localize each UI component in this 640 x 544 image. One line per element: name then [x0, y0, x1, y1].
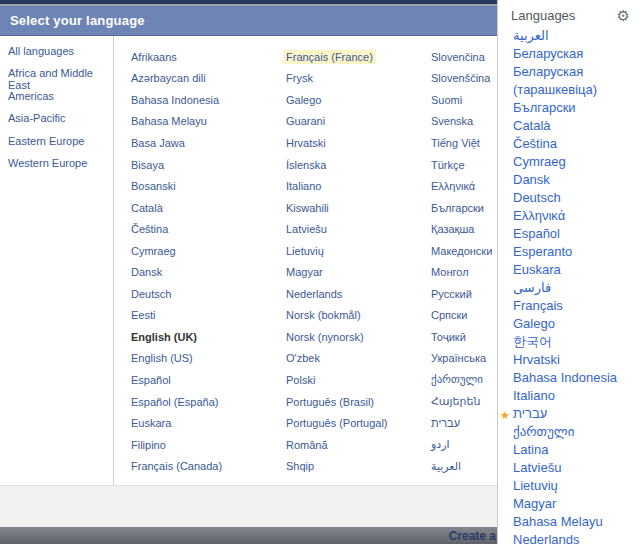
panel-language-link[interactable]: Lietuvių: [513, 477, 636, 495]
language-link[interactable]: Čeština: [128, 218, 283, 240]
region-filter-label: Western Europe: [8, 157, 87, 169]
panel-language-link[interactable]: Bahasa Indonesia: [513, 369, 636, 387]
language-link[interactable]: Português (Brasil): [283, 391, 428, 413]
panel-language-link[interactable]: Magyar: [513, 495, 636, 513]
language-link[interactable]: Íslenska: [283, 154, 428, 176]
language-link[interactable]: Bahasa Indonesia: [128, 89, 283, 111]
panel-language-link[interactable]: Français: [513, 297, 636, 315]
language-link[interactable]: Lietuvių: [283, 240, 428, 262]
panel-language-label: Беларуская: [513, 46, 583, 61]
language-link[interactable]: Galego: [283, 89, 428, 111]
language-link[interactable]: Hrvatski: [283, 132, 428, 154]
language-link-label: Frysk: [283, 71, 316, 85]
language-link[interactable]: Dansk: [128, 261, 283, 283]
language-link-label: Azərbaycan dili: [128, 71, 209, 85]
panel-language-label: Italiano: [513, 388, 555, 403]
language-link-label: Bosanski: [128, 179, 179, 193]
language-link[interactable]: Bosanski: [128, 175, 283, 197]
language-link[interactable]: Français (France): [283, 46, 428, 68]
language-link[interactable]: Bisaya: [128, 154, 283, 176]
language-column-1: Afrikaans Azərbaycan dili Bahasa Indones…: [128, 46, 283, 485]
language-link[interactable]: Kiswahili: [283, 197, 428, 219]
panel-language-link[interactable]: Esperanto: [513, 243, 636, 261]
panel-language-link[interactable]: עברית: [513, 405, 636, 423]
language-link[interactable]: English (US): [128, 348, 283, 370]
panel-language-link[interactable]: Čeština: [513, 135, 636, 153]
language-link[interactable]: Magyar: [283, 261, 428, 283]
panel-language-link[interactable]: Hrvatski: [513, 351, 636, 369]
panel-language-link[interactable]: Dansk: [513, 171, 636, 189]
panel-language-link[interactable]: Cymraeg: [513, 153, 636, 171]
language-link-label: Қазақша: [428, 222, 477, 236]
language-link-label: Norsk (bokmål): [283, 308, 364, 322]
language-link[interactable]: Cymraeg: [128, 240, 283, 262]
language-link[interactable]: Frysk: [283, 68, 428, 90]
language-link[interactable]: Afrikaans: [128, 46, 283, 68]
language-link[interactable]: Español (España): [128, 391, 283, 413]
language-link[interactable]: English (UK): [128, 326, 283, 348]
language-link-label: Čeština: [128, 222, 171, 236]
language-link[interactable]: Filipino: [128, 434, 283, 456]
language-link[interactable]: Norsk (nynorsk): [283, 326, 428, 348]
language-link[interactable]: Bahasa Melayu: [128, 111, 283, 133]
panel-language-label: Bahasa Melayu: [513, 514, 603, 529]
language-link-label: Tiếng Việt: [428, 136, 483, 150]
panel-language-link[interactable]: Deutsch: [513, 189, 636, 207]
panel-language-label: עברית: [513, 406, 547, 421]
language-link[interactable]: Latviešu: [283, 218, 428, 240]
language-link[interactable]: Română: [283, 434, 428, 456]
language-link[interactable]: Nederlands: [283, 283, 428, 305]
region-filter-item[interactable]: All languages: [0, 45, 113, 67]
panel-language-link[interactable]: فارسی: [513, 279, 636, 297]
language-link-label: Latviešu: [283, 222, 330, 236]
language-link[interactable]: Guarani: [283, 111, 428, 133]
language-link[interactable]: Italiano: [283, 175, 428, 197]
panel-language-link[interactable]: Беларуская (тарашкевіца): [513, 63, 636, 99]
region-filter-sidebar: All languages Africa and Middle East Ame…: [0, 36, 114, 485]
panel-language-link[interactable]: Euskara: [513, 261, 636, 279]
panel-language-link[interactable]: Български: [513, 99, 636, 117]
language-link[interactable]: Euskara: [128, 412, 283, 434]
panel-language-link[interactable]: Galego: [513, 315, 636, 333]
panel-language-link[interactable]: Latviešu: [513, 459, 636, 477]
language-link-label: Bahasa Melayu: [128, 114, 210, 128]
region-filter-item[interactable]: Eastern Europe: [0, 135, 113, 157]
panel-language-link[interactable]: العربية: [513, 27, 636, 45]
language-link-label: Slovenčina: [428, 50, 488, 64]
language-link[interactable]: O'zbek: [283, 348, 428, 370]
language-link[interactable]: Norsk (bokmål): [283, 305, 428, 327]
create-link[interactable]: Create a: [449, 529, 496, 543]
region-filter-item[interactable]: Western Europe: [0, 157, 113, 179]
panel-language-link[interactable]: Ελληνικά: [513, 207, 636, 225]
language-link-label: Dansk: [128, 265, 165, 279]
language-link-label: English (US): [128, 351, 196, 365]
panel-language-link[interactable]: Català: [513, 117, 636, 135]
language-link[interactable]: Français (Canada): [128, 455, 283, 477]
panel-language-link[interactable]: 한국어: [513, 333, 636, 351]
panel-language-link[interactable]: Español: [513, 225, 636, 243]
language-link-label: Македонски: [428, 244, 495, 258]
gear-icon[interactable]: ⚙: [617, 9, 630, 22]
language-link-label: Eesti: [128, 308, 158, 322]
panel-language-link[interactable]: ქართული: [513, 423, 636, 441]
language-link[interactable]: Basa Jawa: [128, 132, 283, 154]
panel-language-link[interactable]: Беларуская: [513, 45, 636, 63]
panel-language-label: Euskara: [513, 262, 561, 277]
region-filter-item[interactable]: Americas: [0, 90, 113, 112]
panel-language-link[interactable]: Italiano: [513, 387, 636, 405]
panel-language-link[interactable]: Nederlands: [513, 531, 636, 544]
language-link[interactable]: Azərbaycan dili: [128, 68, 283, 90]
language-link[interactable]: Eesti: [128, 305, 283, 327]
language-link[interactable]: Deutsch: [128, 283, 283, 305]
panel-language-label: 한국어: [513, 334, 552, 349]
language-link[interactable]: Español: [128, 369, 283, 391]
language-link[interactable]: Português (Portugal): [283, 412, 428, 434]
language-link-label: Svenska: [428, 114, 476, 128]
region-filter-item[interactable]: Asia-Pacific: [0, 112, 113, 134]
region-filter-item[interactable]: Africa and Middle East: [0, 67, 113, 89]
panel-language-link[interactable]: Latina: [513, 441, 636, 459]
panel-language-link[interactable]: Bahasa Melayu: [513, 513, 636, 531]
language-link[interactable]: Shqip: [283, 455, 428, 477]
language-link[interactable]: Català: [128, 197, 283, 219]
language-link[interactable]: Polski: [283, 369, 428, 391]
